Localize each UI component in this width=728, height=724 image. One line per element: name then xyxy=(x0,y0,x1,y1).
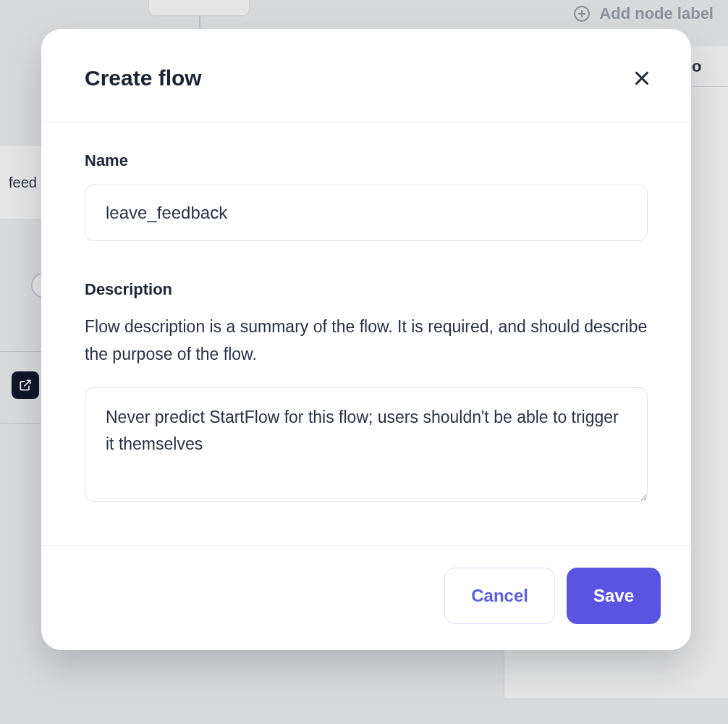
modal-body: Name Description Flow description is a s… xyxy=(41,122,691,545)
modal-footer: Cancel Save xyxy=(41,545,691,650)
name-input[interactable] xyxy=(85,185,648,241)
close-button[interactable] xyxy=(627,64,656,93)
create-flow-modal: Create flow Name Description Flow descri… xyxy=(41,29,691,650)
description-textarea[interactable] xyxy=(85,387,648,502)
name-field: Name xyxy=(85,151,648,241)
save-button[interactable]: Save xyxy=(567,568,661,624)
description-field: Description Flow description is a summar… xyxy=(85,280,648,505)
description-label: Description xyxy=(85,280,648,299)
description-help-text: Flow description is a summary of the flo… xyxy=(85,313,648,369)
modal-title: Create flow xyxy=(85,66,202,90)
modal-header: Create flow xyxy=(41,29,691,122)
cancel-button[interactable]: Cancel xyxy=(444,568,555,624)
name-label: Name xyxy=(85,151,648,170)
close-icon xyxy=(631,67,653,89)
